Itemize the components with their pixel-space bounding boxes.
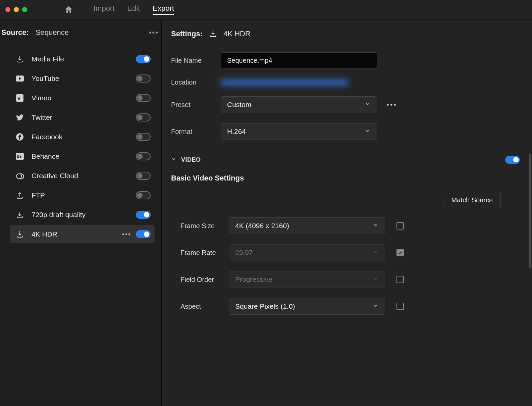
chevron-down-icon (171, 156, 176, 163)
download-icon (209, 29, 217, 39)
source-row: Source: Sequence ••• (0, 28, 161, 45)
aspect-select[interactable]: Square Pixels (1.0) (229, 298, 385, 315)
frame-size-lock-checkbox[interactable] (396, 222, 404, 230)
location-value-redacted[interactable] (221, 79, 348, 86)
toggle-youtube[interactable] (136, 74, 151, 83)
creative-cloud-icon (14, 171, 25, 180)
preset-more-icon[interactable]: ••• (386, 100, 397, 109)
toggle-video-section[interactable] (505, 156, 520, 164)
dest-label: YouTube (32, 74, 59, 83)
video-section-header[interactable]: VIDEO (171, 156, 520, 164)
dest-vimeo[interactable]: v Vimeo (10, 89, 155, 107)
file-name-input[interactable] (221, 52, 377, 68)
preset-row: Preset Custom ••• (171, 96, 520, 113)
chevron-down-icon (365, 128, 371, 136)
toggle-facebook[interactable] (136, 133, 151, 141)
aspect-label: Aspect (180, 303, 229, 310)
chevron-down-icon (373, 302, 379, 310)
scrollbar[interactable] (529, 154, 531, 268)
top-nav: Import Edit Export (94, 4, 174, 15)
nav-import[interactable]: Import (94, 4, 114, 15)
toggle-behance[interactable] (136, 152, 151, 160)
aspect-value: Square Pixels (1.0) (235, 302, 295, 310)
dest-label: Facebook (32, 133, 62, 141)
toggle-creative-cloud[interactable] (136, 172, 151, 180)
frame-rate-select: 29.97 (229, 244, 385, 261)
frame-rate-label: Frame Rate (180, 249, 229, 257)
source-more-icon[interactable]: ••• (149, 28, 159, 37)
dest-4k-hdr[interactable]: 4K HDR ••• (10, 225, 155, 243)
close-window-button[interactable] (5, 7, 10, 12)
dest-label: Creative Cloud (32, 172, 78, 180)
nav-export[interactable]: Export (153, 4, 174, 15)
dest-behance[interactable]: Bē Behance (10, 147, 155, 165)
field-order-lock-checkbox[interactable] (396, 276, 404, 283)
dest-720p-draft[interactable]: 720p draft quality (10, 206, 155, 224)
preset-select[interactable]: Custom (221, 96, 377, 113)
frame-rate-lock-checkbox[interactable] (396, 249, 404, 256)
toggle-twitter[interactable] (136, 113, 151, 121)
destination-list: Media File YouTube v Vimeo (0, 50, 161, 243)
settings-label: Settings: (171, 30, 203, 38)
dest-media-file[interactable]: Media File (10, 50, 155, 68)
dest-label: Behance (32, 152, 59, 160)
download-icon (14, 211, 25, 219)
field-order-label: Field Order (180, 276, 229, 284)
dest-twitter[interactable]: Twitter (10, 108, 155, 126)
sidebar: Source: Sequence ••• Media File YouTube (0, 19, 162, 406)
toggle-ftp[interactable] (136, 191, 151, 199)
settings-header: Settings: 4K HDR (171, 29, 520, 39)
match-source-button[interactable]: Match Source (444, 192, 500, 208)
field-order-select: Progressive (229, 271, 385, 288)
file-name-label: File Name (171, 57, 221, 64)
toggle-720p[interactable] (136, 211, 151, 219)
maximize-window-button[interactable] (22, 7, 27, 12)
facebook-icon (14, 133, 25, 141)
nav-edit[interactable]: Edit (127, 4, 140, 15)
field-order-value: Progressive (235, 275, 272, 284)
dest-label: Media File (32, 55, 64, 63)
dest-label: FTP (32, 191, 45, 199)
dest-label: Twitter (32, 113, 52, 121)
twitter-icon (14, 113, 25, 121)
dest-youtube[interactable]: YouTube (10, 69, 155, 88)
content: Source: Sequence ••• Media File YouTube (0, 19, 532, 406)
minimize-window-button[interactable] (14, 7, 19, 12)
preset-select-value: Custom (227, 101, 251, 109)
file-name-row: File Name (171, 52, 520, 68)
titlebar: Import Edit Export (0, 0, 532, 19)
format-label: Format (171, 128, 221, 136)
frame-size-value: 4K (4096 x 2160) (235, 222, 289, 230)
home-icon[interactable] (64, 5, 73, 14)
aspect-lock-checkbox[interactable] (396, 303, 404, 310)
settings-preset-name: 4K HDR (223, 30, 251, 38)
frame-rate-value: 29.97 (235, 249, 253, 257)
dest-label: 4K HDR (32, 230, 57, 238)
frame-size-select[interactable]: 4K (4096 x 2160) (229, 217, 385, 234)
match-source-row: Match Source (171, 192, 520, 208)
download-icon (14, 55, 25, 63)
source-label: Source: (1, 28, 29, 37)
divider (162, 150, 532, 150)
location-row: Location (171, 79, 520, 86)
dest-more-icon[interactable]: ••• (122, 231, 131, 238)
chevron-down-icon (373, 222, 379, 230)
chevron-down-icon (365, 101, 371, 109)
video-section-title: VIDEO (181, 156, 201, 163)
dest-creative-cloud[interactable]: Creative Cloud (10, 167, 155, 185)
svg-text:Bē: Bē (17, 154, 21, 158)
frame-size-row: Frame Size 4K (4096 x 2160) (171, 217, 520, 234)
frame-rate-row: Frame Rate 29.97 (171, 244, 520, 261)
window-controls (5, 7, 27, 12)
source-value[interactable]: Sequence (36, 28, 69, 37)
toggle-4k-hdr[interactable] (136, 230, 151, 238)
dest-ftp[interactable]: FTP (10, 186, 155, 204)
format-row: Format H.264 (171, 123, 520, 140)
dest-label: Vimeo (32, 94, 51, 102)
format-select[interactable]: H.264 (221, 123, 377, 140)
toggle-vimeo[interactable] (136, 94, 151, 102)
toggle-media-file[interactable] (136, 55, 151, 63)
main-panel: Settings: 4K HDR File Name Location Pres… (162, 19, 532, 406)
dest-label: 720p draft quality (32, 211, 86, 219)
dest-facebook[interactable]: Facebook (10, 128, 155, 146)
